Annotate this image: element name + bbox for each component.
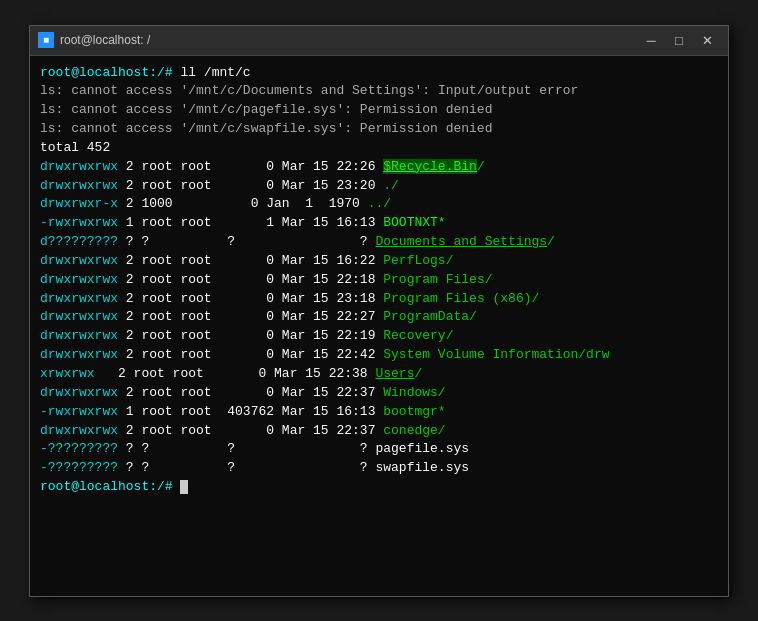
line-prompt: root@localhost:/# ll /mnt/c <box>40 64 718 83</box>
line-windows: drwxrwxrwx 2 root root 0 Mar 15 22:37 Wi… <box>40 384 718 403</box>
terminal-window: ■ root@localhost: / ─ □ ✕ root@localhost… <box>29 25 729 597</box>
line-dotdot: drwxrwxr-x 2 1000 0 Jan 1 1970 ../ <box>40 195 718 214</box>
line-swapfile: -????????? ? ? ? ? swapfile.sys <box>40 459 718 478</box>
line-programfiles: drwxrwxrwx 2 root root 0 Mar 15 22:18 Pr… <box>40 271 718 290</box>
titlebar: ■ root@localhost: / ─ □ ✕ <box>30 26 728 56</box>
line-recovery: drwxrwxrwx 2 root root 0 Mar 15 22:19 Re… <box>40 327 718 346</box>
window-controls: ─ □ ✕ <box>638 30 720 50</box>
window-title: root@localhost: / <box>60 33 638 47</box>
line-error-3: ls: cannot access '/mnt/c/swapfile.sys':… <box>40 120 718 139</box>
line-documents: d????????? ? ? ? ? Documents and Setting… <box>40 233 718 252</box>
line-total: total 452 <box>40 139 718 158</box>
window-icon: ■ <box>38 32 54 48</box>
line-conedge: drwxrwxrwx 2 root root 0 Mar 15 22:37 co… <box>40 422 718 441</box>
line-pagefile: -????????? ? ? ? ? pagefile.sys <box>40 440 718 459</box>
line-programfilesx86: drwxrwxrwx 2 root root 0 Mar 15 23:18 Pr… <box>40 290 718 309</box>
line-dot: drwxrwxrwx 2 root root 0 Mar 15 23:20 ./ <box>40 177 718 196</box>
close-button[interactable]: ✕ <box>694 30 720 50</box>
terminal-body[interactable]: root@localhost:/# ll /mnt/c ls: cannot a… <box>30 56 728 596</box>
line-programdata: drwxrwxrwx 2 root root 0 Mar 15 22:27 Pr… <box>40 308 718 327</box>
line-perflogs: drwxrwxrwx 2 root root 0 Mar 15 16:22 Pe… <box>40 252 718 271</box>
minimize-button[interactable]: ─ <box>638 30 664 50</box>
line-recycle: drwxrwxrwx 2 root root 0 Mar 15 22:26 $R… <box>40 158 718 177</box>
line-error-2: ls: cannot access '/mnt/c/pagefile.sys':… <box>40 101 718 120</box>
line-error-1: ls: cannot access '/mnt/c/Documents and … <box>40 82 718 101</box>
maximize-button[interactable]: □ <box>666 30 692 50</box>
line-final-prompt: root@localhost:/# <box>40 478 718 497</box>
cursor <box>180 480 188 494</box>
line-bootmgr: -rwxrwxrwx 1 root root 403762 Mar 15 16:… <box>40 403 718 422</box>
line-bootnxt: -rwxrwxrwx 1 root root 1 Mar 15 16:13 BO… <box>40 214 718 233</box>
line-sysvolinfo: drwxrwxrwx 2 root root 0 Mar 15 22:42 Sy… <box>40 346 718 365</box>
line-users: xrwxrwx 2 root root 0 Mar 15 22:38 Users… <box>40 365 718 384</box>
